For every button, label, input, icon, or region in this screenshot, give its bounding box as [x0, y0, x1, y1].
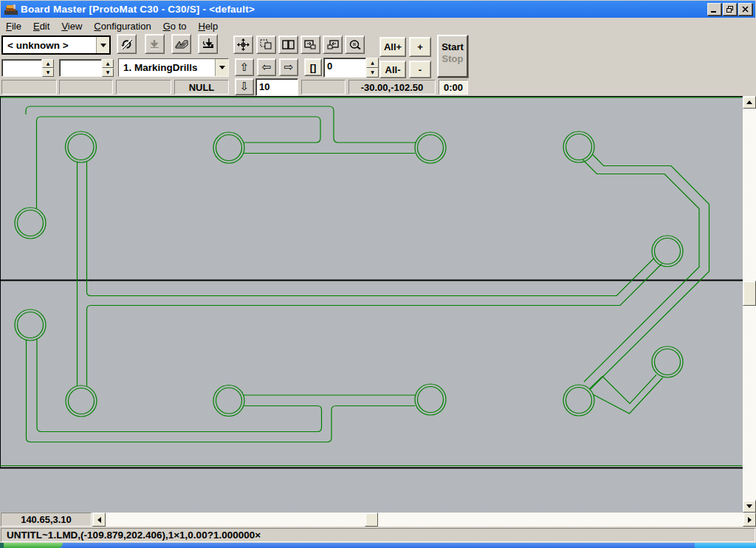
pad-circle [18, 312, 44, 338]
menu-item-edit[interactable]: Edit [27, 19, 55, 33]
value-spinner[interactable]: ▲ ▼ [366, 58, 379, 78]
scroll-right-icon [748, 517, 755, 523]
menubar: FileEditViewConfigurationGo toHelp [0, 18, 756, 34]
systray-edge [695, 543, 756, 548]
pad-circle [652, 236, 683, 267]
phase-combo[interactable]: 1. MarkingDrills [118, 58, 229, 77]
tool-combo-value: < unknown > [3, 40, 96, 51]
value-up-icon[interactable]: ▲ [366, 58, 379, 68]
value-field[interactable]: 0 [323, 58, 366, 78]
pad-circle [566, 134, 592, 160]
pad-circle [563, 131, 594, 162]
jog-left-button[interactable]: ⇦ [257, 58, 276, 76]
pad-circle [18, 210, 44, 236]
spin2-up-icon[interactable]: ▲ [102, 59, 114, 68]
move-button[interactable] [233, 35, 253, 54]
tool-combo-dropdown[interactable] [96, 37, 109, 53]
minimize-icon [711, 6, 718, 13]
plus-button[interactable]: + [409, 37, 431, 57]
jog-up-button[interactable]: ⇧ [235, 58, 254, 76]
phase-combo-dropdown[interactable] [215, 59, 228, 76]
scroll-down-icon [746, 504, 752, 511]
menu-item-help[interactable]: Help [192, 19, 224, 33]
all-plus-button[interactable]: All+ [379, 37, 406, 57]
start-stop-button[interactable]: Start Stop [437, 35, 468, 78]
step-field[interactable]: 10 [255, 78, 298, 96]
rotate-right-button[interactable] [300, 35, 320, 54]
restore-icon [726, 6, 733, 13]
brackets-button[interactable]: [] [304, 58, 322, 76]
vertical-scrollbar[interactable] [743, 96, 756, 513]
close-icon [742, 6, 749, 13]
mill-button[interactable] [171, 34, 191, 54]
phase-combo-value: 1. MarkingDrills [119, 62, 215, 73]
menu-item-configuration[interactable]: Configuration [88, 19, 157, 33]
restore-button[interactable] [723, 3, 737, 16]
minus-button[interactable]: - [409, 61, 431, 78]
time-panel: 0:00 [439, 80, 468, 95]
zoom-magnifier-icon [348, 40, 361, 50]
scroll-down-button[interactable] [743, 500, 756, 513]
all-minus-label: All- [385, 64, 401, 75]
tool-combo[interactable]: < unknown > [1, 35, 111, 55]
spin1-field[interactable] [1, 59, 42, 77]
start-button-edge[interactable] [4, 543, 63, 548]
value-down-icon[interactable]: ▼ [366, 68, 379, 78]
scroll-left-button[interactable] [92, 513, 106, 527]
horizontal-scrollbar[interactable] [106, 513, 743, 527]
pad-circle [652, 346, 683, 377]
pad-circle [68, 134, 94, 160]
pad-circle [415, 384, 446, 415]
chevron-down-icon [100, 44, 106, 50]
scroll-up-button[interactable] [743, 96, 756, 109]
statusbar-text: UNTITL~1.LMD,(-109.879,202.406),1×1,0.00… [7, 530, 261, 541]
pad-circle [15, 309, 46, 340]
menu-item-view[interactable]: View [55, 19, 88, 33]
board-canvas[interactable] [0, 96, 743, 513]
minimize-button[interactable] [707, 3, 721, 16]
copy-selection-button[interactable] [256, 35, 276, 54]
taskbar-edge [63, 543, 695, 548]
spin1-up-icon[interactable]: ▲ [42, 59, 54, 68]
window-title: Board Master [ProtoMat C30 - C30/S] - <d… [21, 4, 255, 15]
rotate-right-icon [304, 40, 317, 50]
status-panel-5 [301, 80, 346, 95]
spin2-spinner[interactable]: ▲ ▼ [102, 59, 114, 77]
tool-depth-button[interactable] [198, 34, 218, 54]
mirror-button[interactable] [278, 35, 298, 54]
menu-item-file[interactable]: File [0, 19, 27, 33]
move-icon [237, 38, 250, 51]
titlebar: Board Master [ProtoMat C30 - C30/S] - <d… [1, 1, 755, 18]
all-minus-button[interactable]: All- [379, 61, 406, 78]
refresh-button[interactable] [117, 34, 137, 54]
jog-down-button[interactable]: ⇩ [235, 78, 254, 95]
pad-circle [213, 132, 244, 163]
pad-circle [69, 388, 94, 414]
status-panel-3 [116, 80, 171, 95]
pad-circle [15, 208, 46, 239]
spin1-spinner[interactable]: ▲ ▼ [42, 59, 54, 77]
horizontal-scroll-thumb[interactable] [365, 513, 378, 527]
all-plus-label: All+ [384, 41, 402, 52]
spin2-field[interactable] [59, 59, 102, 77]
spin1-down-icon[interactable]: ▼ [42, 68, 54, 77]
refresh-icon [120, 38, 133, 50]
board-svg [0, 96, 743, 513]
menu-item-go-to[interactable]: Go to [157, 19, 193, 33]
zoom-button[interactable] [345, 35, 365, 54]
tool-status-panel: NULL [174, 80, 229, 95]
vertical-scroll-thumb[interactable] [743, 281, 756, 306]
position-panel: -30.00,-102.50 [348, 80, 436, 95]
right-arrow-icon: ⇨ [284, 62, 294, 73]
rotate-left-button[interactable] [323, 35, 343, 54]
close-button[interactable] [738, 3, 752, 16]
place-tool-icon [148, 38, 161, 50]
jog-right-button[interactable]: ⇨ [279, 58, 298, 76]
pad-circle [655, 239, 681, 264]
app-icon [4, 4, 18, 15]
status-panel-1 [1, 80, 57, 95]
plus-label: + [417, 41, 423, 52]
scroll-right-button[interactable] [743, 513, 756, 527]
spin2-down-icon[interactable]: ▼ [102, 68, 114, 77]
place-tool-button[interactable] [145, 34, 165, 54]
